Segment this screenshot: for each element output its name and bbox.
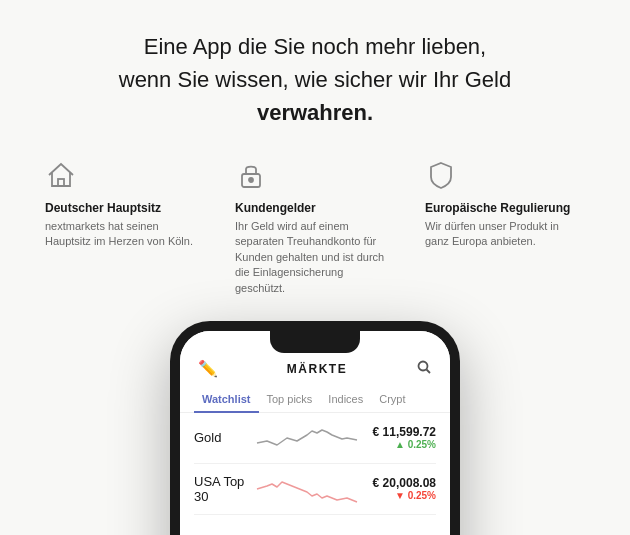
phone-container: ✏️ MÄRKTE Watchlist Top picks Indices Cr…	[0, 321, 630, 535]
tab-crypto[interactable]: Crypt	[371, 387, 413, 413]
stock-name-usa: USA Top 30	[194, 474, 249, 504]
shield-icon	[425, 159, 461, 195]
app-header-title: MÄRKTE	[218, 362, 416, 376]
hero-line2: wenn Sie wissen, wie sicher wir Ihr Geld	[119, 67, 511, 92]
stock-list: Gold € 11,599.72 ▲ 0.25% USA Top 30	[180, 413, 450, 515]
feature-regulierung: Europäische Regulierung Wir dürfen unser…	[425, 159, 585, 296]
feature-hauptsitz-desc: nextmarkets hat seinen Hauptsitz im Herz…	[45, 219, 205, 250]
feature-regulierung-desc: Wir dürfen unser Produkt in ganz Europa …	[425, 219, 585, 250]
tab-watchlist[interactable]: Watchlist	[194, 387, 259, 413]
feature-regulierung-title: Europäische Regulierung	[425, 201, 570, 215]
usa-change: ▼ 0.25%	[373, 490, 436, 501]
features-section: Deutscher Hauptsitz nextmarkets hat sein…	[0, 149, 630, 316]
feature-kundengelder-desc: Ihr Geld wird auf einem separaten Treuha…	[235, 219, 395, 296]
stock-name-gold: Gold	[194, 430, 249, 445]
stock-item-usa-top30: USA Top 30 € 20,008.08 ▼ 0.25%	[194, 464, 436, 515]
feature-hauptsitz: Deutscher Hauptsitz nextmarkets hat sein…	[45, 159, 205, 296]
stock-item-gold: Gold € 11,599.72 ▲ 0.25%	[194, 413, 436, 464]
feature-kundengelder-title: Kundengelder	[235, 201, 316, 215]
gold-change: ▲ 0.25%	[373, 439, 436, 450]
tab-indices[interactable]: Indices	[320, 387, 371, 413]
tab-top-picks[interactable]: Top picks	[259, 387, 321, 413]
hero-line3: verwahren.	[257, 100, 373, 125]
search-icon[interactable]	[416, 359, 432, 379]
feature-hauptsitz-title: Deutscher Hauptsitz	[45, 201, 161, 215]
svg-point-3	[419, 361, 428, 370]
edit-icon[interactable]: ✏️	[198, 359, 218, 378]
svg-line-4	[427, 369, 431, 373]
phone-frame: ✏️ MÄRKTE Watchlist Top picks Indices Cr…	[170, 321, 460, 535]
notch	[270, 331, 360, 353]
stock-chart-gold	[257, 423, 365, 453]
gold-price: € 11,599.72	[373, 425, 436, 439]
svg-point-2	[249, 178, 253, 182]
usa-price: € 20,008.08	[373, 476, 436, 490]
lock-icon	[235, 159, 271, 195]
hero-section: Eine App die Sie noch mehr lieben, wenn …	[0, 0, 630, 149]
stock-chart-usa	[257, 474, 365, 504]
svg-rect-0	[58, 179, 64, 186]
hero-line1: Eine App die Sie noch mehr lieben,	[144, 34, 486, 59]
stock-price-usa: € 20,008.08 ▼ 0.25%	[373, 476, 436, 501]
tab-bar: Watchlist Top picks Indices Crypt	[180, 387, 450, 413]
feature-kundengelder: Kundengelder Ihr Geld wird auf einem sep…	[235, 159, 395, 296]
stock-price-gold: € 11,599.72 ▲ 0.25%	[373, 425, 436, 450]
house-icon	[45, 159, 81, 195]
phone-screen: ✏️ MÄRKTE Watchlist Top picks Indices Cr…	[180, 331, 450, 535]
